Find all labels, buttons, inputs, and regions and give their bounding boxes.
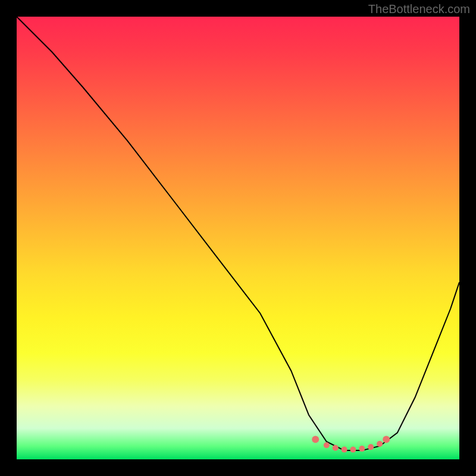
- optimal-marker: [359, 446, 365, 452]
- optimal-marker: [368, 444, 374, 450]
- chart-plot-area: [17, 17, 459, 459]
- optimal-marker: [377, 441, 383, 447]
- optimal-marker: [333, 445, 339, 451]
- optimal-marker: [342, 447, 347, 453]
- optimal-marker: [324, 442, 330, 448]
- optimal-zone-markers: [312, 436, 390, 453]
- optimal-marker: [350, 447, 356, 453]
- chart-svg: [17, 17, 459, 459]
- bottleneck-curve: [17, 17, 459, 450]
- watermark-text: TheBottleneck.com: [368, 2, 470, 16]
- optimal-marker: [312, 436, 319, 443]
- optimal-marker: [383, 436, 390, 443]
